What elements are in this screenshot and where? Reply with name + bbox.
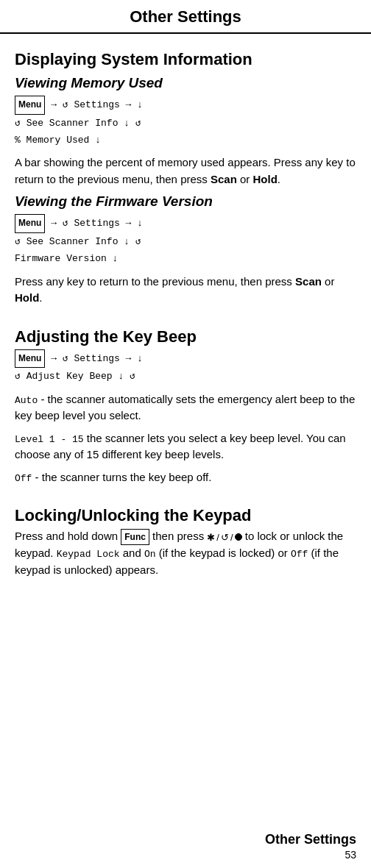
content-area: Displaying System Information Viewing Me… <box>0 34 371 599</box>
section-key-beep: Adjusting the Key Beep Menu → ↺ Settings… <box>15 327 356 485</box>
slash-sep: / <box>216 530 219 545</box>
subsection-memory-used: Viewing Memory Used Menu → ↺ Settings → … <box>15 75 356 188</box>
para-off: Off - the scanner turns the key beep off… <box>15 469 356 486</box>
section-displaying-system-info: Displaying System Information Viewing Me… <box>15 50 356 307</box>
nav-line-3-memory: % Memory Used ↓ <box>15 132 356 149</box>
spacer-1 <box>15 313 356 320</box>
footer-page-number: 53 <box>265 849 356 861</box>
page-title: Other Settings <box>130 7 241 26</box>
on-code: On <box>144 549 156 560</box>
subtitle-memory-used: Viewing Memory Used <box>15 75 356 91</box>
nav-line-2-firmware: ↺ See Scanner Info ↓ ↺ <box>15 233 356 250</box>
nav-line-1-firmware: Menu → ↺ Settings → ↓ <box>15 214 356 233</box>
off-code-lock: Off <box>291 549 308 560</box>
page-footer: Other Settings 53 <box>0 825 371 868</box>
circular-6: ↺ <box>15 371 21 382</box>
circular-1: ↺ <box>63 99 68 110</box>
nav-line-3-firmware: Firmware Version ↓ <box>15 250 356 267</box>
star-icon: ✱ <box>207 530 215 545</box>
nav-line-1-memory: Menu → ↺ Settings → ↓ <box>15 96 356 115</box>
settings-text-3: Settings → ↓ <box>74 353 143 364</box>
circular-4: ↺ <box>15 236 21 247</box>
arrow-r-2: → <box>51 218 63 230</box>
pct-memory-text: % Memory Used ↓ <box>15 135 101 146</box>
multi-key-icons: ✱ / ↺ / <box>207 530 241 545</box>
see-scanner-text-2: See Scanner Info ↓ ↺ <box>26 236 141 247</box>
keypad-lock-code: Keypad Lock <box>57 549 120 560</box>
nav-line-1-keybeep: Menu → ↺ Settings → ↓ <box>15 349 356 369</box>
para-memory-desc: A bar showing the percent of memory used… <box>15 154 356 188</box>
footer-right: Other Settings 53 <box>265 832 356 861</box>
section-title-displaying: Displaying System Information <box>15 50 356 69</box>
circular-5: ↺ <box>63 353 68 364</box>
nav-block-key-beep: Menu → ↺ Settings → ↓ ↺ Adjust Key Beep … <box>15 349 356 385</box>
arrow-r-1: → <box>51 99 63 110</box>
nav-line-2-keybeep: ↺ Adjust Key Beep ↓ ↺ <box>15 368 356 385</box>
off-code: Off <box>15 473 32 484</box>
para-firmware-desc: Press any key to return to the previous … <box>15 274 356 307</box>
nav-block-firmware: Menu → ↺ Settings → ↓ ↺ See Scanner Info… <box>15 214 356 267</box>
dot-icon <box>235 533 242 541</box>
circular-icon: ↺ <box>221 530 229 545</box>
settings-text-2: Settings → ↓ <box>74 218 143 230</box>
firmware-version-text: Firmware Version ↓ <box>15 253 118 264</box>
func-key: Func <box>121 529 149 545</box>
slash-sep2: / <box>230 530 233 545</box>
arrow-r-3: → <box>51 353 63 364</box>
page-header: Other Settings <box>0 0 371 34</box>
section-title-locking: Locking/Unlocking the Keypad <box>15 506 356 525</box>
nav-line-2-memory: ↺ See Scanner Info ↓ ↺ <box>15 115 356 132</box>
section-title-key-beep: Adjusting the Key Beep <box>15 327 356 346</box>
level-code: Level 1 - 15 <box>15 434 84 445</box>
menu-key-3: Menu <box>15 349 45 369</box>
see-scanner-text: See Scanner Info ↓ ↺ <box>26 118 141 129</box>
settings-text-1: Settings → ↓ <box>74 99 143 110</box>
circular-2: ↺ <box>15 118 21 129</box>
adjust-key-beep-text: Adjust Key Beep ↓ ↺ <box>26 371 135 382</box>
menu-key-2: Menu <box>15 214 45 233</box>
subtitle-firmware: Viewing the Firmware Version <box>15 193 356 210</box>
para-level: Level 1 - 15 the scanner lets you select… <box>15 430 356 463</box>
section-locking: Locking/Unlocking the Keypad Press and h… <box>15 506 356 578</box>
subsection-firmware-version: Viewing the Firmware Version Menu → ↺ Se… <box>15 193 356 306</box>
spacer-2 <box>15 491 356 499</box>
footer-title: Other Settings <box>265 832 356 847</box>
nav-block-memory: Menu → ↺ Settings → ↓ ↺ See Scanner Info… <box>15 96 356 149</box>
menu-key-1: Menu <box>15 96 45 115</box>
para-auto: Auto - the scanner automatically sets th… <box>15 391 356 424</box>
circular-3: ↺ <box>63 218 68 230</box>
para-locking-desc: Press and hold down Func then press ✱ / … <box>15 528 356 578</box>
auto-code: Auto <box>15 395 38 406</box>
